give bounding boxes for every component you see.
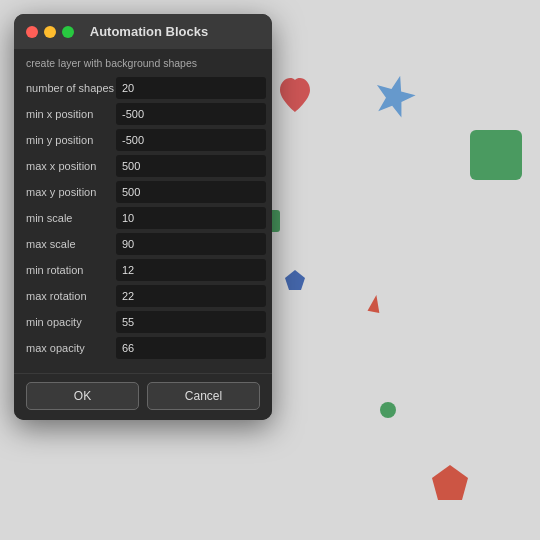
subtitle-text: create layer with background shapes <box>26 57 260 69</box>
field-label-1: min x position <box>26 108 116 120</box>
field-row: max y position <box>26 181 260 203</box>
field-label-8: max rotation <box>26 290 116 302</box>
svg-marker-3 <box>285 270 305 290</box>
field-row: max rotation <box>26 285 260 307</box>
field-input-6[interactable] <box>116 233 266 255</box>
field-row: max x position <box>26 155 260 177</box>
field-label-7: min rotation <box>26 264 116 276</box>
dialog-window: Automation Blocks create layer with back… <box>14 14 272 420</box>
field-input-10[interactable] <box>116 337 266 359</box>
field-row: min opacity <box>26 311 260 333</box>
close-button[interactable] <box>26 26 38 38</box>
field-label-5: min scale <box>26 212 116 224</box>
field-label-2: min y position <box>26 134 116 146</box>
field-input-9[interactable] <box>116 311 266 333</box>
field-input-5[interactable] <box>116 207 266 229</box>
field-row: min scale <box>26 207 260 229</box>
field-input-3[interactable] <box>116 155 266 177</box>
field-input-7[interactable] <box>116 259 266 281</box>
field-row: max opacity <box>26 337 260 359</box>
field-label-3: max x position <box>26 160 116 172</box>
field-input-8[interactable] <box>116 285 266 307</box>
dialog-body: create layer with background shapes numb… <box>14 49 272 373</box>
field-row: min x position <box>26 103 260 125</box>
field-row: min rotation <box>26 259 260 281</box>
cancel-button[interactable]: Cancel <box>147 382 260 410</box>
field-input-0[interactable] <box>116 77 266 99</box>
field-label-0: number of shapes <box>26 82 116 94</box>
field-label-9: min opacity <box>26 316 116 328</box>
dialog-buttons: OK Cancel <box>14 373 272 420</box>
minimize-button[interactable] <box>44 26 56 38</box>
field-label-6: max scale <box>26 238 116 250</box>
svg-marker-4 <box>368 294 383 313</box>
field-label-10: max opacity <box>26 342 116 354</box>
field-input-4[interactable] <box>116 181 266 203</box>
fields-container: number of shapesmin x positionmin y posi… <box>26 77 260 359</box>
field-label-4: max y position <box>26 186 116 198</box>
title-bar: Automation Blocks <box>14 14 272 49</box>
svg-point-5 <box>380 402 396 418</box>
field-row: min y position <box>26 129 260 151</box>
field-input-1[interactable] <box>116 103 266 125</box>
window-title: Automation Blocks <box>80 24 218 39</box>
field-row: number of shapes <box>26 77 260 99</box>
ok-button[interactable]: OK <box>26 382 139 410</box>
svg-marker-0 <box>371 71 420 120</box>
maximize-button[interactable] <box>62 26 74 38</box>
svg-marker-6 <box>432 465 468 500</box>
svg-rect-1 <box>470 130 522 180</box>
field-input-2[interactable] <box>116 129 266 151</box>
field-row: max scale <box>26 233 260 255</box>
